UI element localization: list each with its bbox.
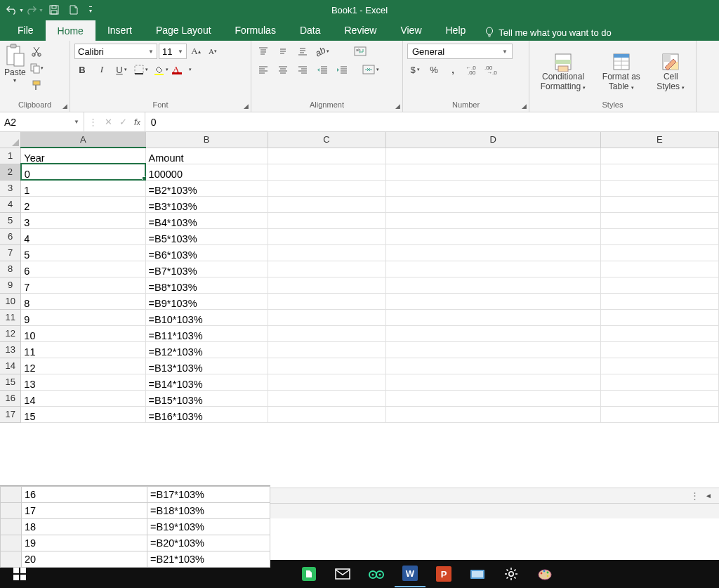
cell-E10[interactable]	[600, 293, 718, 309]
tripadvisor-icon[interactable]	[361, 561, 392, 587]
paste-button[interactable]: Paste ▾	[4, 44, 26, 84]
borders-button[interactable]: ▾	[133, 62, 149, 77]
cell-D16[interactable]	[385, 390, 600, 406]
increase-decimal-button[interactable]: ←.0.00	[464, 62, 480, 77]
align-center-button[interactable]	[275, 62, 291, 77]
cell-D13[interactable]	[385, 341, 600, 358]
decrease-decimal-button[interactable]: .00→.0	[483, 62, 499, 77]
cell-D12[interactable]	[385, 325, 600, 341]
tab-home[interactable]: Home	[46, 20, 95, 41]
cell-C2[interactable]	[268, 164, 385, 180]
percent-format-button[interactable]: %	[426, 62, 442, 77]
cell-E16[interactable]	[600, 390, 718, 406]
cell-E12[interactable]	[600, 325, 718, 341]
format-painter-button[interactable]	[29, 77, 44, 93]
tab-formulas[interactable]: Formulas	[223, 20, 288, 41]
redo-button[interactable]: ▼	[25, 1, 44, 18]
increase-indent-button[interactable]	[334, 62, 350, 77]
overflow-cell-b-1[interactable]: =B18*103%	[147, 503, 270, 519]
clipboard-launcher[interactable]: ◢	[62, 103, 67, 110]
paint-icon[interactable]	[529, 561, 560, 587]
overflow-cell-b-4[interactable]: =B21*103%	[147, 551, 270, 568]
cell-A3[interactable]: 1	[21, 180, 145, 196]
cell-D8[interactable]	[385, 261, 600, 277]
fx-button[interactable]: fx	[134, 117, 140, 127]
overflow-cell-a-1[interactable]: 17	[22, 503, 147, 519]
cell-B12[interactable]: =B11*103%	[145, 325, 268, 341]
tab-view[interactable]: View	[388, 20, 433, 41]
powerpoint-icon[interactable]: P	[428, 561, 459, 587]
cell-C7[interactable]	[268, 244, 385, 261]
cell-C1[interactable]	[268, 148, 385, 164]
cell-C5[interactable]	[268, 212, 385, 228]
row-header-16[interactable]: 16	[0, 390, 21, 406]
cell-A1[interactable]: Year	[21, 148, 145, 164]
save-button[interactable]	[45, 1, 63, 18]
tab-file[interactable]: File	[6, 20, 46, 41]
row-header-13[interactable]: 13	[0, 341, 21, 358]
column-header-C[interactable]: C	[268, 132, 385, 148]
cell-B1[interactable]: Amount	[145, 148, 268, 164]
row-header-15[interactable]: 15	[0, 374, 21, 390]
bold-button[interactable]: B	[74, 62, 90, 77]
font-color-button[interactable]: A▾	[173, 62, 192, 77]
cell-C12[interactable]	[268, 325, 385, 341]
row-header-11[interactable]: 11	[0, 309, 21, 325]
comma-format-button[interactable]: ,	[445, 62, 461, 77]
cell-B7[interactable]: =B6*103%	[145, 244, 268, 261]
cell-B16[interactable]: =B15*103%	[145, 390, 268, 406]
alignment-launcher[interactable]: ◢	[395, 103, 400, 110]
font-launcher[interactable]: ◢	[244, 103, 249, 110]
new-button[interactable]	[65, 1, 83, 18]
align-left-button[interactable]	[256, 62, 271, 77]
settings-icon[interactable]	[496, 561, 527, 587]
wrap-text-button[interactable]: ab	[352, 44, 368, 59]
cell-C3[interactable]	[268, 180, 385, 196]
cell-B10[interactable]: =B9*103%	[145, 293, 268, 309]
cell-D5[interactable]	[385, 212, 600, 228]
qat-customize[interactable]: ▾	[84, 1, 97, 18]
align-bottom-button[interactable]	[295, 44, 310, 59]
cell-B15[interactable]: =B14*103%	[145, 374, 268, 390]
cell-B14[interactable]: =B13*103%	[145, 358, 268, 374]
tell-me-search[interactable]: Tell me what you want to do	[477, 24, 618, 41]
cell-B13[interactable]: =B12*103%	[145, 341, 268, 358]
cell-C9[interactable]	[268, 277, 385, 293]
align-middle-button[interactable]	[275, 44, 291, 59]
cell-A9[interactable]: 7	[21, 277, 145, 293]
row-header-5[interactable]: 5	[0, 212, 21, 228]
cell-E14[interactable]	[600, 358, 718, 374]
cell-C16[interactable]	[268, 390, 385, 406]
cell-E15[interactable]	[600, 374, 718, 390]
cell-E13[interactable]	[600, 341, 718, 358]
cut-button[interactable]	[29, 44, 44, 59]
cell-D15[interactable]	[385, 374, 600, 390]
cell-A5[interactable]: 3	[21, 212, 145, 228]
cell-B4[interactable]: =B3*103%	[145, 196, 268, 212]
cell-D10[interactable]	[385, 293, 600, 309]
tab-review[interactable]: Review	[333, 20, 389, 41]
cell-E4[interactable]	[600, 196, 718, 212]
cell-C15[interactable]	[268, 374, 385, 390]
cell-C4[interactable]	[268, 196, 385, 212]
overflow-cell-a-4[interactable]: 20	[22, 551, 147, 568]
tab-page-layout[interactable]: Page Layout	[144, 20, 223, 41]
row-header-2[interactable]: 2	[0, 164, 21, 180]
column-header-D[interactable]: D	[385, 132, 600, 148]
cell-D11[interactable]	[385, 309, 600, 325]
cell-D2[interactable]	[385, 164, 600, 180]
fill-color-button[interactable]: ▾	[153, 62, 169, 77]
font-size-combo[interactable]: 11▼	[159, 44, 187, 59]
copy-button[interactable]: ▾	[29, 60, 44, 76]
row-header-14[interactable]: 14	[0, 358, 21, 374]
overflow-cell-b-2[interactable]: =B19*103%	[147, 519, 270, 535]
name-box[interactable]: A2▼	[0, 112, 84, 131]
mail-icon[interactable]	[327, 561, 358, 587]
cell-C10[interactable]	[268, 293, 385, 309]
increase-font-button[interactable]: A▴	[188, 44, 204, 59]
cell-A14[interactable]: 12	[21, 358, 145, 374]
orientation-button[interactable]: ab▾	[315, 44, 330, 59]
cell-D17[interactable]	[385, 406, 600, 422]
cell-B6[interactable]: =B5*103%	[145, 228, 268, 244]
cell-B5[interactable]: =B4*103%	[145, 212, 268, 228]
